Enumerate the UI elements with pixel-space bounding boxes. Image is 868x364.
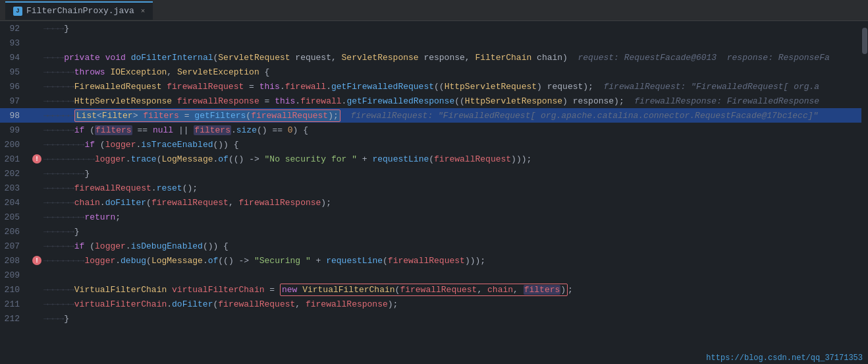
table-row: 212 →→→→} [0,311,868,326]
code-editor[interactable]: 92 →→→→} 93 94 →→→→private void doFilter… [0,21,868,364]
table-row: 207 →→→→→→if (logger.isDebugEnabled()) { [0,239,868,253]
table-row: 97 →→→→→→HttpServletResponse firewallRes… [0,94,868,108]
table-row: 95 →→→→→→throws IOException, ServletExce… [0,65,868,79]
table-row: 96 →→→→→→FirewalledRequest firewallReque… [0,79,868,94]
debug-icon [32,256,41,265]
table-row: 211 →→→→→→virtualFilterChain.doFilter(fi… [0,297,868,311]
table-row: 92 →→→→} [0,21,868,36]
url-bar: https://blog.csdn.net/qq_37171353 [701,352,868,364]
table-row: 94 →→→→private void doFilterInternal(Ser… [0,50,868,65]
editor-container: 92 →→→→} 93 94 →→→→private void doFilter… [0,21,868,364]
scrollbar-thumb[interactable] [862,28,867,54]
table-row: 201 →→→→→→→→→→logger.trace(LogMessage.of… [0,152,868,166]
title-bar: J FilterChainProxy.java × [0,0,868,21]
tab-label: FilterChainProxy.java [26,6,134,16]
table-row: 200 →→→→→→→→if (logger.isTraceEnabled())… [0,137,868,152]
table-row: 204 →→→→→→chain.doFilter(firewallRequest… [0,195,868,210]
table-row: 209 [0,268,868,282]
debug-icon [32,154,41,164]
table-row: 202 →→→→→→→→} [0,166,868,181]
table-row: 98 →→→→→→List<Filter> filters = getFilte… [0,108,868,123]
table-row: 99 →→→→→→if (filters == null || filters.… [0,123,868,137]
table-row: 208 →→→→→→→→logger.debug(LogMessage.of((… [0,253,868,268]
table-row: 210 →→→→→→VirtualFilterChain virtualFilt… [0,282,868,297]
tab[interactable]: J FilterChainProxy.java × [5,1,153,20]
table-row: 93 [0,36,868,50]
table-row: 203 →→→→→→firewallRequest.reset(); [0,181,868,195]
tab-icon: J [13,7,22,16]
tab-close-icon[interactable]: × [141,7,146,15]
scrollbar-vertical[interactable] [861,21,868,364]
table-row: 205 →→→→→→→→return; [0,210,868,224]
table-row: 206 →→→→→→} [0,224,868,239]
